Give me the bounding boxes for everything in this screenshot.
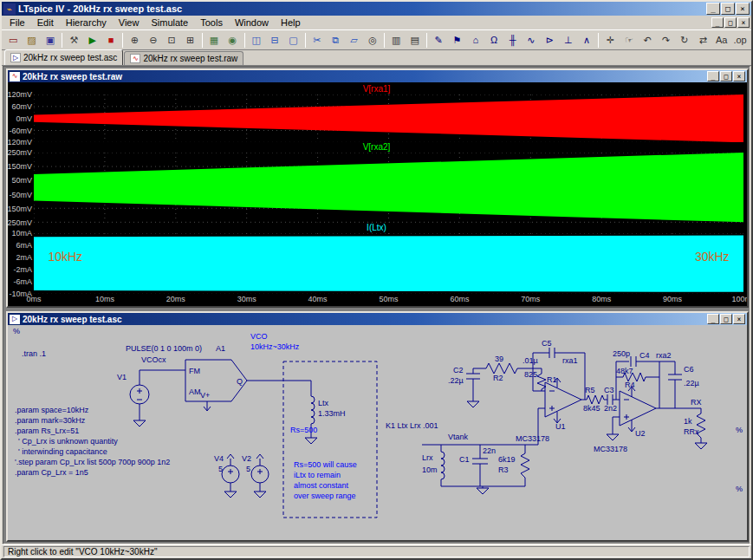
trace-label[interactable]: I(Ltx): [10, 223, 743, 233]
menu-view[interactable]: View: [113, 16, 146, 29]
net-label-rxa1[interactable]: rxa1: [562, 356, 578, 365]
component-label[interactable]: 825: [524, 370, 537, 379]
note-text[interactable]: Rs=500 will cause: [294, 460, 357, 469]
net-label-rx[interactable]: RX: [691, 398, 702, 407]
component-label[interactable]: C6: [684, 365, 694, 374]
component-label[interactable]: C3: [604, 386, 614, 394]
spice-directive-text[interactable]: .param Rs_Lrx=51: [15, 427, 79, 435]
drag-button[interactable]: ☞: [620, 31, 638, 49]
component-label[interactable]: 6k19: [498, 455, 516, 464]
zoom-area-button[interactable]: ⊡: [163, 31, 180, 49]
schematic-minimize-button[interactable]: _: [707, 314, 719, 324]
menu-tools[interactable]: Tools: [194, 16, 229, 29]
marker-text[interactable]: %: [736, 426, 743, 434]
component-label[interactable]: C2: [453, 366, 464, 374]
text-button[interactable]: Aa: [713, 31, 730, 49]
comment-text[interactable]: ' Cp_Lrx is unknown quantity: [18, 437, 118, 446]
trace-label[interactable]: V[rxa2]: [10, 142, 743, 153]
component-label[interactable]: 1.33mH: [318, 409, 346, 418]
mirror-button[interactable]: ⇄: [694, 31, 711, 49]
spice-directive-text[interactable]: .param mark=30kHz: [15, 416, 86, 425]
spice-directive-button[interactable]: .op: [731, 31, 749, 49]
net-label-rxa2[interactable]: rxa2: [656, 351, 672, 360]
component-label[interactable]: R5: [585, 386, 595, 394]
print-button[interactable]: ▤: [406, 31, 424, 49]
spice-directive-text[interactable]: '.step param Cp_Lrx list 500p 700p 900p …: [15, 458, 170, 466]
component-label[interactable]: VCOcx: [141, 355, 166, 364]
component-label[interactable]: C4: [639, 351, 650, 360]
rs-annotation[interactable]: Rs=500: [290, 426, 317, 434]
component-label[interactable]: U1: [555, 422, 566, 431]
component-label[interactable]: 2n2: [604, 404, 617, 413]
inductor-button[interactable]: ∿: [523, 31, 540, 49]
menu-window[interactable]: Window: [229, 16, 275, 29]
waveform-window-titlebar[interactable]: ∿ 20kHz rx sweep test.raw _ □ ×: [8, 70, 747, 82]
port-button[interactable]: ⌂: [467, 31, 484, 49]
component-label[interactable]: 8k45: [583, 404, 600, 413]
component-label[interactable]: Lrx: [422, 453, 433, 462]
component-label[interactable]: MC33178: [594, 445, 627, 453]
copy-button[interactable]: ⧉: [327, 31, 344, 49]
component-label[interactable]: PULSE(0 1 0 100m 0): [126, 344, 202, 353]
maximize-button[interactable]: □: [721, 3, 735, 15]
open-button[interactable]: ▨: [23, 31, 40, 49]
rotate-button[interactable]: ↻: [676, 31, 693, 49]
component-label[interactable]: U2: [635, 429, 646, 438]
component-label[interactable]: .22µ: [684, 379, 699, 387]
vco-annotation[interactable]: 10kHz~30kHz: [250, 342, 300, 351]
marker-text[interactable]: %: [13, 327, 20, 335]
component-label[interactable]: C5: [542, 339, 552, 348]
component-label[interactable]: A1: [216, 344, 225, 353]
mdi-close-button[interactable]: ×: [737, 17, 750, 28]
menu-help[interactable]: Help: [275, 16, 307, 29]
menu-file[interactable]: File: [3, 16, 31, 29]
component-label[interactable]: 48k7: [616, 367, 633, 375]
note-text[interactable]: over sweep range: [294, 492, 356, 500]
close-button[interactable]: ×: [736, 3, 750, 15]
waveform-maximize-button[interactable]: □: [720, 71, 732, 81]
wire-button[interactable]: ✎: [430, 31, 447, 49]
component-label[interactable]: Ltx: [318, 399, 329, 407]
cascade-windows-button[interactable]: ▢: [284, 31, 302, 49]
paste-button[interactable]: ▱: [345, 31, 362, 49]
schematic-window-titlebar[interactable]: ▷ 20kHz rx sweep test.asc _ □ ×: [8, 313, 747, 325]
waveform-close-button[interactable]: ×: [733, 71, 745, 81]
move-button[interactable]: ✛: [601, 31, 619, 49]
component-label[interactable]: 10m: [422, 466, 438, 474]
ground-button[interactable]: ⊥: [560, 31, 577, 49]
new-schematic-button[interactable]: ▭: [4, 31, 22, 49]
spice-directive-text[interactable]: K1 Ltx Lrx .001: [386, 421, 438, 430]
component-label[interactable]: R3: [498, 466, 509, 474]
marker-text[interactable]: %: [736, 485, 743, 493]
component-label[interactable]: R1: [547, 375, 557, 384]
component-label[interactable]: 39: [495, 355, 503, 363]
component-label[interactable]: 250p: [613, 349, 630, 358]
datasheet-button[interactable]: ▥: [387, 31, 405, 49]
spice-directive-text[interactable]: .tran .1: [22, 349, 46, 358]
redo-button[interactable]: ↷: [657, 31, 674, 49]
net-label-vtank[interactable]: Vtank: [448, 433, 469, 441]
component-label[interactable]: R2: [493, 374, 503, 382]
minimize-button[interactable]: _: [706, 3, 720, 15]
component-button[interactable]: ∧: [578, 31, 595, 49]
tile-horizontally-button[interactable]: ⊟: [266, 31, 283, 49]
plot-grid[interactable]: [34, 153, 743, 222]
note-text[interactable]: iLtx to remain: [294, 471, 341, 479]
grid-button[interactable]: ▦: [205, 31, 223, 49]
tile-vertically-button[interactable]: ◫: [248, 31, 265, 49]
vco-annotation[interactable]: VCO: [250, 332, 268, 341]
zoom-full-extents-button[interactable]: ⊞: [181, 31, 198, 49]
component-label[interactable]: 5: [246, 465, 250, 473]
run-button[interactable]: ▶: [84, 31, 101, 49]
spice-directive-text[interactable]: .param space=10kHz: [15, 406, 89, 414]
cut-button[interactable]: ✂: [308, 31, 326, 49]
component-label[interactable]: MC33178: [516, 434, 549, 443]
zoom-in-button[interactable]: ⊕: [126, 31, 143, 49]
component-label[interactable]: 22n: [483, 446, 496, 455]
component-label[interactable]: 5: [218, 465, 223, 473]
net-label-button[interactable]: ⚑: [448, 31, 465, 49]
mark-data-points-button[interactable]: ◉: [224, 31, 241, 49]
control-panel-button[interactable]: ⚒: [65, 31, 82, 49]
component-label[interactable]: RRx: [684, 427, 699, 436]
schematic-close-button[interactable]: ×: [733, 314, 745, 324]
